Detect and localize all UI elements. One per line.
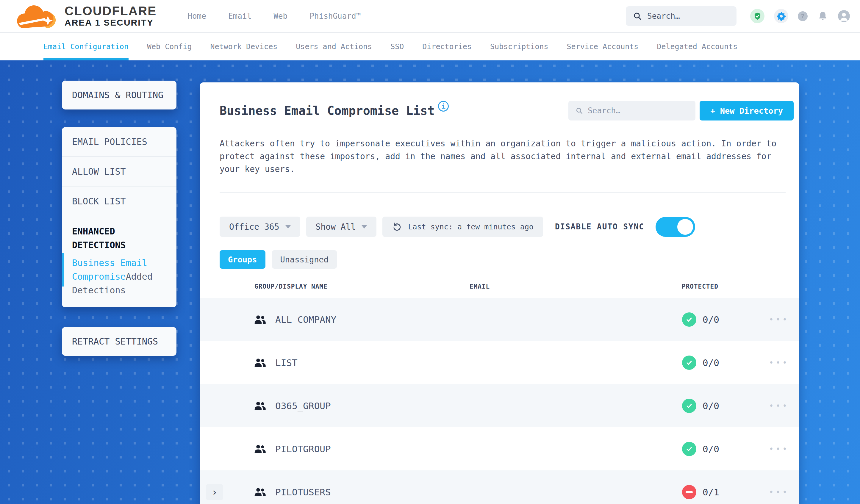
sidebar-item-allow-list[interactable]: ALLOW LIST xyxy=(62,157,176,187)
show-filter-select[interactable]: Show All xyxy=(306,217,377,237)
group-icon xyxy=(255,488,266,496)
page-title: Business Email Compromise List xyxy=(220,101,434,120)
minus-icon xyxy=(686,491,693,493)
column-header-email: EMAIL xyxy=(470,283,490,290)
tab-unassigned[interactable]: Unassigned xyxy=(272,250,337,269)
group-name: O365_GROUP xyxy=(275,401,331,411)
column-header-name: GROUP/DISPLAY NAME xyxy=(255,283,328,290)
column-header-protected: PROTECTED xyxy=(682,283,718,290)
sidebar-item-block-list[interactable]: BLOCK LIST xyxy=(62,187,176,216)
settings-button[interactable] xyxy=(774,9,788,23)
table-row-all-company[interactable]: ALL COMPANY 0/0 ••• xyxy=(200,298,799,341)
auto-sync-toggle[interactable] xyxy=(656,217,695,237)
topbar-right: ? xyxy=(626,6,850,26)
table-row-list[interactable]: LIST 0/0 ••• xyxy=(200,341,799,384)
chevron-down-icon xyxy=(361,225,367,229)
shield-check-icon xyxy=(754,12,761,20)
global-search-box[interactable] xyxy=(626,6,736,26)
topnav-item-home[interactable]: Home xyxy=(187,12,206,20)
info-icon[interactable]: i xyxy=(438,101,449,112)
topnav-item-web[interactable]: Web xyxy=(273,12,287,20)
directory-select-value: Office 365 xyxy=(229,222,280,232)
subnav-item-sso[interactable]: SSO xyxy=(390,33,404,60)
top-header: CLOUDFLARE AREA 1 SECURITY HomeEmailWebP… xyxy=(0,0,860,33)
person-icon xyxy=(838,10,850,22)
protected-status-icon xyxy=(682,312,696,327)
sidebar-item-retract-settings[interactable]: RETRACT SETTINGS xyxy=(62,327,176,356)
new-directory-button[interactable]: + New Directory xyxy=(700,101,794,120)
table-row-pilotgroup[interactable]: PILOTGROUP 0/0 ••• xyxy=(200,427,799,470)
topnav-item-phishguard[interactable]: PhishGuard™ xyxy=(310,12,361,20)
section-divider xyxy=(220,192,786,193)
email-policies-list: EMAIL POLICIESALLOW LISTBLOCK LIST xyxy=(62,127,176,216)
auto-sync-label: DISABLE AUTO SYNC xyxy=(555,222,644,231)
notifications-button[interactable] xyxy=(817,11,829,22)
groups-table-body: ALL COMPANY 0/0 ••• LIST 0/0 ••• xyxy=(200,298,799,504)
page-description: Attackers often try to impersonate execu… xyxy=(220,137,779,175)
check-icon xyxy=(685,316,693,323)
row-actions-menu[interactable]: ••• xyxy=(769,445,789,453)
protected-count: 0/0 xyxy=(703,314,719,325)
user-avatar[interactable] xyxy=(838,10,850,22)
row-actions-menu[interactable]: ••• xyxy=(769,315,789,324)
view-tabs: GroupsUnassigned xyxy=(220,250,786,269)
protected-status-icon xyxy=(682,442,696,456)
sidebar-item-email-policies[interactable]: EMAIL POLICIES xyxy=(62,127,176,157)
protected-count: 0/1 xyxy=(703,487,719,498)
cloudflare-logo[interactable]: CLOUDFLARE AREA 1 SECURITY xyxy=(16,2,157,30)
search-icon xyxy=(575,106,583,115)
subnav-item-email-configuration[interactable]: Email Configuration xyxy=(43,33,129,60)
sidebar-item-enhanced-detections[interactable]: ENHANCED DETECTIONS xyxy=(72,225,161,252)
group-icon xyxy=(255,358,266,367)
tab-groups[interactable]: Groups xyxy=(220,250,266,269)
sidebar-item-domains-routing[interactable]: DOMAINS & ROUTING xyxy=(62,81,176,110)
group-icon xyxy=(255,315,266,324)
row-actions-menu[interactable]: ••• xyxy=(769,358,789,367)
subnav-item-web-config[interactable]: Web Config xyxy=(147,33,192,60)
list-search-box[interactable] xyxy=(568,101,696,120)
app-window: CLOUDFLARE AREA 1 SECURITY HomeEmailWebP… xyxy=(0,0,860,504)
protected-status-icon xyxy=(682,399,696,413)
table-row-pilotusers[interactable]: › PILOTUSERS 0/1 ••• xyxy=(200,470,799,504)
filter-row: Office 365 Show All Last sync: a few min… xyxy=(220,217,786,237)
topnav-item-email[interactable]: Email xyxy=(228,12,252,20)
settings-sidebar: DOMAINS & ROUTING EMAIL POLICIESALLOW LI… xyxy=(62,81,176,356)
protected-status-icon xyxy=(682,356,696,370)
brand-name: CLOUDFLARE xyxy=(64,4,157,17)
global-search-input[interactable] xyxy=(647,12,729,20)
last-sync-text: Last sync: a few minutes ago xyxy=(408,222,533,231)
directory-select[interactable]: Office 365 xyxy=(220,217,300,237)
expand-chevron-button[interactable]: › xyxy=(206,484,223,500)
sub-nav: Email ConfigurationWeb ConfigNetwork Dev… xyxy=(0,33,860,60)
subnav-item-users-and-actions[interactable]: Users and Actions xyxy=(296,33,372,60)
subnav-item-directories[interactable]: Directories xyxy=(422,33,472,60)
subnav-item-subscriptions[interactable]: Subscriptions xyxy=(490,33,548,60)
group-name: LIST xyxy=(275,357,298,368)
protected-count: 0/0 xyxy=(703,357,719,368)
table-row-o365-group[interactable]: O365_GROUP 0/0 ••• xyxy=(200,384,799,427)
protected-count: 0/0 xyxy=(703,401,719,411)
subnav-item-service-accounts[interactable]: Service Accounts xyxy=(567,33,639,60)
top-nav: HomeEmailWebPhishGuard™ xyxy=(187,12,361,20)
show-filter-value: Show All xyxy=(316,222,356,232)
page-body: DOMAINS & ROUTING EMAIL POLICIESALLOW LI… xyxy=(0,60,860,504)
list-search-input[interactable] xyxy=(588,106,688,115)
bell-icon xyxy=(818,11,828,21)
group-name: PILOTUSERS xyxy=(275,487,331,498)
help-button[interactable]: ? xyxy=(798,11,808,21)
security-status-button[interactable] xyxy=(750,9,764,23)
subnav-item-delegated-accounts[interactable]: Delegated Accounts xyxy=(657,33,737,60)
enhanced-subitems: Business Email CompromiseAdded Detection… xyxy=(72,256,166,297)
enhanced-detections-section: ENHANCED DETECTIONS Business Email Compr… xyxy=(62,216,176,307)
subnav-item-network-devices[interactable]: Network Devices xyxy=(210,33,278,60)
row-actions-menu[interactable]: ••• xyxy=(769,488,789,496)
bec-list-card: Business Email Compromise List i + New D… xyxy=(200,83,799,504)
table-header: GROUP/DISPLAY NAME EMAIL PROTECTED xyxy=(200,275,799,298)
email-policies-card: EMAIL POLICIESALLOW LISTBLOCK LIST ENHAN… xyxy=(62,127,176,307)
group-name: ALL COMPANY xyxy=(275,314,336,325)
card-header: Business Email Compromise List i + New D… xyxy=(220,101,794,120)
gear-icon xyxy=(777,12,786,21)
question-mark-icon: ? xyxy=(801,13,805,20)
group-name: PILOTGROUP xyxy=(275,444,331,454)
row-actions-menu[interactable]: ••• xyxy=(769,401,789,410)
